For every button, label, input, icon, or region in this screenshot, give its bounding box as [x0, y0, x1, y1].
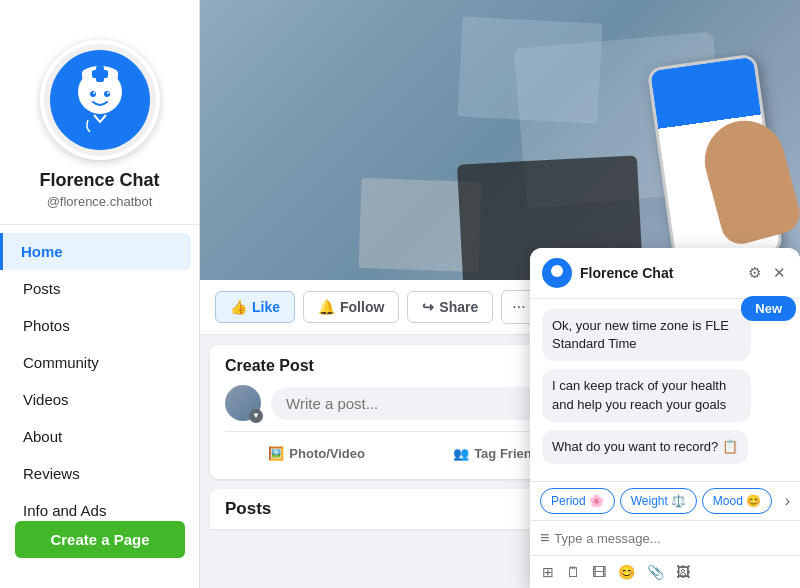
- quick-reply-period[interactable]: Period 🌸: [540, 488, 615, 514]
- chat-tool-grid[interactable]: ⊞: [538, 560, 558, 584]
- chat-menu-icon[interactable]: ≡: [540, 529, 549, 547]
- mood-emoji: 😊: [746, 494, 761, 508]
- share-icon: ↪: [422, 299, 434, 315]
- nav-item-about[interactable]: About: [8, 418, 191, 455]
- nav-item-home[interactable]: Home: [0, 233, 191, 270]
- svg-point-10: [80, 116, 120, 144]
- chat-title: Florence Chat: [580, 265, 738, 281]
- chat-quick-replies: Period 🌸 Weight ⚖️ Mood 😊 ›: [530, 481, 800, 520]
- chat-tool-sticker[interactable]: 🗒: [562, 560, 584, 584]
- svg-point-7: [104, 91, 110, 97]
- svg-point-6: [90, 91, 96, 97]
- nav-item-posts[interactable]: Posts: [8, 270, 191, 307]
- chat-widget: Florence Chat ⚙ ✕ New Ok, your new time …: [530, 248, 800, 588]
- chat-message-2: I can keep track of your health and help…: [542, 369, 751, 421]
- nav-item-reviews[interactable]: Reviews: [8, 455, 191, 492]
- weight-emoji: ⚖️: [671, 494, 686, 508]
- quick-reply-weight[interactable]: Weight ⚖️: [620, 488, 697, 514]
- follow-icon: 🔔: [318, 299, 335, 315]
- nav-item-videos[interactable]: Videos: [8, 381, 191, 418]
- new-button[interactable]: New: [741, 296, 796, 321]
- chat-type-input[interactable]: [554, 531, 790, 546]
- chat-message-1: Ok, your new time zone is FLE Standard T…: [542, 309, 751, 361]
- like-icon: 👍: [230, 299, 247, 315]
- svg-rect-5: [92, 70, 108, 78]
- profile-name: Florence Chat: [39, 170, 159, 191]
- profile-section: Florence Chat @florence.chatbot: [0, 20, 199, 225]
- quick-reply-more-button[interactable]: ›: [785, 492, 790, 510]
- chat-messages: Ok, your new time zone is FLE Standard T…: [530, 299, 800, 481]
- nav-list: Home Posts Photos Community Videos About…: [0, 225, 199, 537]
- user-thumbnail: [225, 385, 261, 421]
- chat-input-area: ≡: [530, 520, 800, 555]
- photo-icon: 🖼️: [268, 446, 284, 461]
- like-button[interactable]: 👍 Like: [215, 291, 295, 323]
- quick-reply-mood[interactable]: Mood 😊: [702, 488, 772, 514]
- chat-tool-gif[interactable]: 🎞: [588, 560, 610, 584]
- sidebar: Florence Chat @florence.chatbot Home Pos…: [0, 0, 200, 588]
- chat-tool-image[interactable]: 🖼: [672, 560, 694, 584]
- chat-toolbar: ⊞ 🗒 🎞 😊 📎 🖼: [530, 555, 800, 588]
- follow-button[interactable]: 🔔 Follow: [303, 291, 399, 323]
- period-emoji: 🌸: [589, 494, 604, 508]
- svg-point-8: [93, 92, 95, 94]
- tag-icon: 👥: [453, 446, 469, 461]
- chat-tool-emoji[interactable]: 😊: [614, 560, 639, 584]
- chat-tool-attach[interactable]: 📎: [643, 560, 668, 584]
- period-label: Period: [551, 494, 586, 508]
- chat-message-3: What do you want to record? 📋: [542, 430, 748, 464]
- nav-item-photos[interactable]: Photos: [8, 307, 191, 344]
- chat-header: Florence Chat ⚙ ✕: [530, 248, 800, 299]
- profile-username: @florence.chatbot: [47, 194, 153, 209]
- chat-settings-button[interactable]: ⚙: [746, 262, 763, 284]
- avatar: [40, 40, 160, 160]
- share-button[interactable]: ↪ Share: [407, 291, 493, 323]
- weight-label: Weight: [631, 494, 668, 508]
- chat-header-icons: ⚙ ✕: [746, 262, 788, 284]
- chat-close-button[interactable]: ✕: [771, 262, 788, 284]
- chat-avatar: [542, 258, 572, 288]
- photo-video-button[interactable]: 🖼️ Photo/Video: [225, 440, 408, 467]
- create-page-button[interactable]: Create a Page: [15, 521, 185, 558]
- svg-point-9: [107, 92, 109, 94]
- mood-label: Mood: [713, 494, 743, 508]
- nav-item-community[interactable]: Community: [8, 344, 191, 381]
- svg-point-12: [547, 263, 567, 283]
